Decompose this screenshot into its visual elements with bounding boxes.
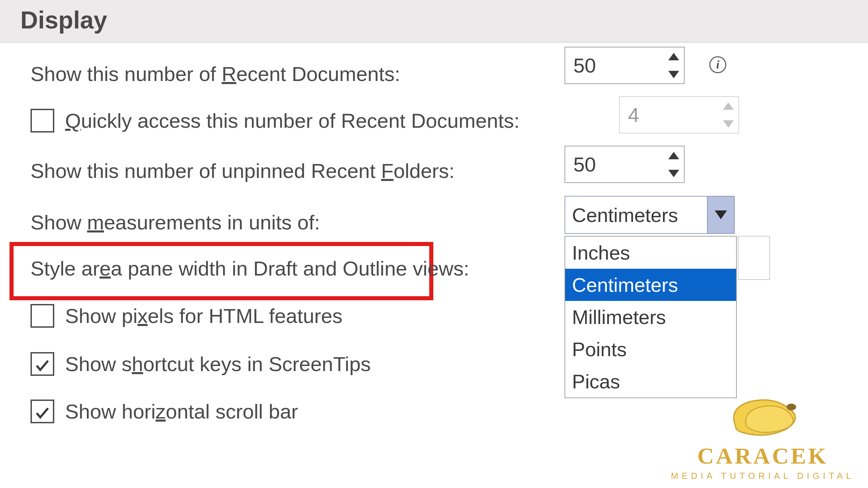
measurements-value: Centimeters <box>565 197 707 233</box>
style-pane-label: Style area pane width in Draft and Outli… <box>31 257 469 280</box>
recent-folders-spinner[interactable]: 50 <box>565 146 685 183</box>
watermark-logo: CARACEK MEDIA TUTORIAL DIGITAL <box>671 388 854 481</box>
banana-icon <box>715 388 810 443</box>
watermark-brand: CARACEK <box>671 443 854 469</box>
spinner-arrows <box>664 146 684 182</box>
chevron-down-icon <box>715 210 727 219</box>
horizontal-scroll-label: Show horizontal scroll bar <box>65 400 298 423</box>
spinner-down-icon <box>718 115 738 133</box>
recent-folders-value[interactable]: 50 <box>565 146 664 182</box>
row-pixels-html: Show pixels for HTML features <box>31 292 844 340</box>
quick-access-checkbox[interactable] <box>31 109 54 133</box>
row-style-pane: Style area pane width in Draft and Outli… <box>31 245 844 292</box>
section-header: Display <box>0 0 868 43</box>
combo-dropdown-button[interactable] <box>707 197 734 233</box>
spinner-down-icon[interactable] <box>664 65 684 83</box>
spinner-up-icon[interactable] <box>664 47 684 65</box>
recent-folders-label: Show this number of unpinned Recent Fold… <box>31 159 455 183</box>
quick-access-label: Quickly access this number of Recent Doc… <box>65 109 520 133</box>
pixels-html-checkbox[interactable] <box>31 304 54 328</box>
spinner-arrows <box>718 97 738 133</box>
recent-documents-value[interactable]: 50 <box>565 47 664 83</box>
svg-point-0 <box>787 404 796 410</box>
spinner-down-icon[interactable] <box>664 164 684 182</box>
quick-access-spinner: 4 <box>619 96 739 134</box>
recent-documents-label: Show this number of Recent Documents: <box>31 62 400 86</box>
measurements-label: Show measurements in units of: <box>31 211 320 234</box>
spinner-up-icon <box>718 97 738 115</box>
shortcut-keys-checkbox[interactable] <box>31 352 54 376</box>
info-icon[interactable]: i <box>709 56 726 73</box>
pixels-html-label: Show pixels for HTML features <box>65 304 342 328</box>
shortcut-keys-label: Show shortcut keys in ScreenTips <box>65 352 371 376</box>
quick-access-value: 4 <box>620 97 718 133</box>
horizontal-scroll-checkbox[interactable] <box>31 400 54 423</box>
watermark-tagline: MEDIA TUTORIAL DIGITAL <box>671 471 854 481</box>
measurements-combo[interactable]: Centimeters <box>565 196 735 234</box>
recent-documents-spinner[interactable]: 50 <box>565 47 685 84</box>
row-recent-folders: Show this number of unpinned Recent Fold… <box>31 147 844 195</box>
section-title: Display <box>20 6 107 34</box>
display-settings-panel: Show this number of Recent Documents: 50… <box>0 43 868 59</box>
spinner-up-icon[interactable] <box>664 146 684 164</box>
row-shortcut-keys: Show shortcut keys in ScreenTips <box>31 340 844 388</box>
spinner-arrows <box>664 47 684 83</box>
